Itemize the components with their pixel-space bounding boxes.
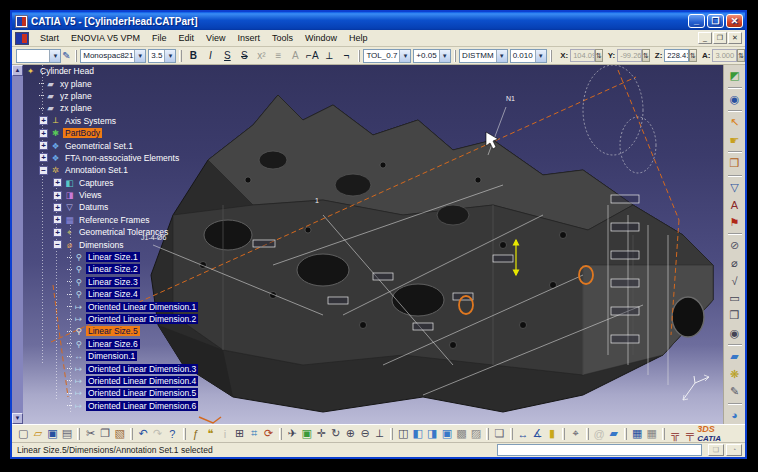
tree-item-label[interactable]: Dimension.1	[86, 351, 137, 361]
style-combo[interactable]: ▼	[16, 49, 61, 63]
chevron-down-icon[interactable]: ▼	[496, 50, 507, 62]
wireframe-icon[interactable]: ▩	[454, 426, 469, 442]
zoom-in-icon[interactable]: ⊕	[343, 426, 358, 442]
design-table-icon[interactable]: ⊞	[232, 426, 247, 442]
scrollbar-track[interactable]	[12, 76, 23, 413]
align-button[interactable]: ≡	[271, 48, 286, 63]
menu-file[interactable]: File	[146, 31, 173, 45]
expand-icon[interactable]: +	[39, 141, 48, 150]
font-combo[interactable]: Monospac821▼	[80, 49, 146, 63]
tree-item-label[interactable]: Linear Size.3	[86, 277, 140, 287]
char-frame-button[interactable]: A	[288, 48, 303, 63]
a-coordinate-field[interactable]: 3.000 deg	[712, 49, 737, 62]
menu-view[interactable]: View	[200, 31, 231, 45]
tree-item-label[interactable]: Linear Size.4	[86, 289, 140, 299]
measure-item-icon[interactable]: ∡	[530, 426, 545, 442]
menu-edit[interactable]: Edit	[173, 31, 201, 45]
menu-enovia-v5-vpm[interactable]: ENOVIA V5 VPM	[65, 31, 146, 45]
iso-view-icon[interactable]: ◧	[410, 426, 425, 442]
multi-view-icon[interactable]: ◫	[396, 426, 411, 442]
grid-icon[interactable]: ▦	[630, 426, 645, 442]
collapse-icon[interactable]: −	[53, 240, 62, 249]
diameter-dimension-icon[interactable]: ⌀	[726, 255, 744, 273]
work-on-support-icon[interactable]: ▦	[644, 426, 659, 442]
tree-item-label[interactable]: xy plane	[58, 79, 94, 89]
zoom-out-icon[interactable]: ⊖	[358, 426, 373, 442]
tree-expand-icon[interactable]: ╦	[668, 426, 683, 442]
cut-icon[interactable]: ✂	[83, 426, 98, 442]
tree-scrollbar[interactable]: ▲ ▼	[12, 65, 23, 424]
flag-note-icon[interactable]: ⚑	[726, 214, 744, 232]
y-spinner[interactable]: ⇅	[642, 49, 650, 62]
annotation-plane-icon[interactable]: ◩	[726, 67, 744, 85]
x-coordinate-field[interactable]: 104.097 m	[570, 49, 595, 62]
tree-item-label[interactable]: Oriented Linear Dimension.3	[86, 364, 198, 374]
comment-icon[interactable]: ❝	[203, 426, 218, 442]
expand-icon[interactable]: +	[53, 178, 62, 187]
superscript-button[interactable]: x²	[254, 48, 269, 63]
paint-icon[interactable]: ✎	[726, 383, 744, 401]
distance-mode-combo[interactable]: DISTMM▼	[459, 49, 508, 63]
search-binoculars-icon[interactable]: ⌖	[568, 426, 583, 442]
camera-alt-icon[interactable]: ◉	[726, 325, 744, 343]
mdi-restore-button[interactable]: ❐	[713, 32, 727, 44]
eraser-icon[interactable]: ▰	[606, 426, 621, 442]
y-coordinate-field[interactable]: -99.260 m	[617, 49, 642, 62]
tree-item-label[interactable]: Geometrical Set.1	[63, 141, 135, 151]
annotation-leader-icon[interactable]: ☛	[726, 132, 744, 150]
tree-item-label[interactable]: Annotation Set.1	[63, 165, 130, 175]
expand-icon[interactable]: +	[53, 191, 62, 200]
bold-button[interactable]: B	[186, 48, 201, 63]
scroll-up-icon[interactable]: ▲	[12, 65, 23, 76]
minimize-button[interactable]: _	[688, 14, 705, 28]
chevron-down-icon[interactable]: ▼	[134, 50, 145, 62]
pen-style-icon[interactable]: ✎	[62, 48, 70, 63]
x-spinner[interactable]: ⇅	[595, 49, 603, 62]
chevron-down-icon[interactable]: ▼	[164, 50, 175, 62]
menu-window[interactable]: Window	[299, 31, 343, 45]
measure-inertia-icon[interactable]: ▮	[545, 426, 560, 442]
chevron-down-icon[interactable]: ▼	[439, 50, 450, 62]
render-style-icon[interactable]: ▨	[469, 426, 484, 442]
tree-item-label[interactable]: Cylinder Head	[38, 66, 96, 76]
tolerance-combo[interactable]: TOL_0.7▼	[363, 49, 411, 63]
a-spinner[interactable]: ⇅	[737, 49, 745, 62]
menu-start[interactable]: Start	[34, 31, 65, 45]
z-coordinate-field[interactable]: 228.412 m	[664, 49, 689, 62]
eraser-blue-icon[interactable]: ▰	[726, 348, 744, 366]
fit-all-icon[interactable]: ▣	[299, 426, 314, 442]
pan-icon[interactable]: ✛	[314, 426, 329, 442]
tree-item-label[interactable]: Datums	[77, 202, 110, 212]
chevron-down-icon[interactable]: ▼	[399, 50, 410, 62]
strikethrough-button[interactable]: S	[237, 48, 252, 63]
tree-collapse-icon[interactable]: ╤	[683, 426, 698, 442]
tree-item-label[interactable]: Linear Size.2	[86, 264, 140, 274]
power-input-field[interactable]	[497, 444, 702, 456]
measure-between-icon[interactable]: ↔	[516, 426, 531, 442]
tree-item-label[interactable]: Oriented Linear Dimension.4	[86, 376, 198, 386]
update-icon[interactable]: ⟳	[261, 426, 276, 442]
chevron-down-icon[interactable]: ▼	[535, 50, 546, 62]
tree-item-label[interactable]: Linear Size.1	[86, 252, 140, 262]
frame-icon[interactable]: ▭	[726, 290, 744, 308]
font-size-combo[interactable]: 3.5▼	[148, 49, 176, 63]
menu-insert[interactable]: Insert	[231, 31, 266, 45]
rotate-icon[interactable]: ↻	[329, 426, 344, 442]
expand-icon[interactable]: +	[53, 228, 62, 237]
collapse-icon[interactable]: −	[39, 166, 48, 175]
expand-icon[interactable]: +	[39, 116, 48, 125]
tree-item-label[interactable]: Oriented Linear Dimension.2	[86, 314, 198, 324]
tree-item-label[interactable]: Linear Size.6	[86, 339, 140, 349]
copy-icon[interactable]: ❐	[98, 426, 113, 442]
expand-icon[interactable]: +	[39, 129, 48, 138]
tree-item-label[interactable]: Reference Frames	[77, 215, 151, 225]
flip-button[interactable]: ⟂	[322, 48, 337, 63]
text-note-icon[interactable]: A	[726, 196, 744, 214]
tolerance-value-combo[interactable]: +0.05▼	[413, 49, 450, 63]
tree-item-label[interactable]: yz plane	[58, 91, 94, 101]
tree-item-label[interactable]: Views	[77, 190, 104, 200]
menu-tools[interactable]: Tools	[266, 31, 299, 45]
tree-item-label[interactable]: zx plane	[58, 103, 94, 113]
expand-icon[interactable]: +	[39, 153, 48, 162]
fly-mode-icon[interactable]: ✈	[285, 426, 300, 442]
